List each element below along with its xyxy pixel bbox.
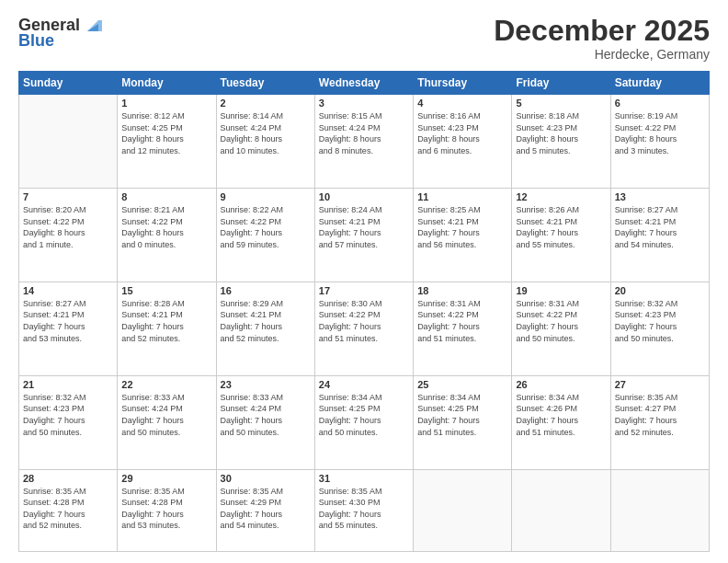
day-info: Sunrise: 8:35 AMSunset: 4:28 PMDaylight:… (121, 486, 211, 532)
day-number: 14 (23, 285, 113, 296)
table-row: 6Sunrise: 8:19 AMSunset: 4:22 PMDaylight… (610, 95, 709, 189)
day-info: Sunrise: 8:34 AMSunset: 4:25 PMDaylight:… (417, 392, 507, 438)
table-row: 1Sunrise: 8:12 AMSunset: 4:25 PMDaylight… (118, 95, 216, 189)
day-info: Sunrise: 8:34 AMSunset: 4:26 PMDaylight:… (516, 392, 606, 438)
header: General Blue December 2025 Herdecke, Ger… (18, 15, 710, 62)
day-number: 24 (319, 379, 409, 390)
table-row: 13Sunrise: 8:27 AMSunset: 4:21 PMDayligh… (610, 189, 709, 282)
table-row: 31Sunrise: 8:35 AMSunset: 4:30 PMDayligh… (314, 469, 413, 551)
day-info: Sunrise: 8:35 AMSunset: 4:29 PMDaylight:… (221, 486, 311, 532)
day-info: Sunrise: 8:35 AMSunset: 4:28 PMDaylight:… (23, 486, 113, 532)
day-number: 26 (516, 379, 606, 390)
day-number: 13 (615, 191, 705, 202)
table-row: 3Sunrise: 8:15 AMSunset: 4:24 PMDaylight… (314, 95, 413, 189)
day-number: 7 (23, 191, 113, 202)
day-number: 5 (516, 98, 606, 109)
table-row: 27Sunrise: 8:35 AMSunset: 4:27 PMDayligh… (610, 375, 709, 469)
table-row (414, 469, 512, 551)
day-info: Sunrise: 8:20 AMSunset: 4:22 PMDaylight:… (23, 204, 113, 250)
col-wednesday: Wednesday (314, 72, 413, 95)
day-info: Sunrise: 8:14 AMSunset: 4:24 PMDaylight:… (221, 110, 311, 156)
table-row: 29Sunrise: 8:35 AMSunset: 4:28 PMDayligh… (118, 469, 216, 551)
logo-blue-text: Blue (18, 31, 54, 51)
day-number: 3 (319, 98, 409, 109)
day-number: 31 (319, 473, 409, 484)
day-number: 12 (516, 191, 606, 202)
month-title: December 2025 (494, 15, 710, 47)
calendar-week-row: 1Sunrise: 8:12 AMSunset: 4:25 PMDaylight… (19, 95, 710, 189)
table-row: 16Sunrise: 8:29 AMSunset: 4:21 PMDayligh… (216, 282, 314, 375)
table-row: 10Sunrise: 8:24 AMSunset: 4:21 PMDayligh… (314, 189, 413, 282)
table-row: 26Sunrise: 8:34 AMSunset: 4:26 PMDayligh… (512, 375, 610, 469)
page: General Blue December 2025 Herdecke, Ger… (0, 0, 728, 563)
day-info: Sunrise: 8:33 AMSunset: 4:24 PMDaylight:… (221, 392, 311, 438)
table-row: 20Sunrise: 8:32 AMSunset: 4:23 PMDayligh… (610, 282, 709, 375)
day-info: Sunrise: 8:31 AMSunset: 4:22 PMDaylight:… (417, 298, 507, 344)
table-row: 28Sunrise: 8:35 AMSunset: 4:28 PMDayligh… (19, 469, 118, 551)
day-number: 4 (417, 98, 507, 109)
day-number: 10 (319, 191, 409, 202)
day-info: Sunrise: 8:35 AMSunset: 4:27 PMDaylight:… (615, 392, 705, 438)
table-row: 8Sunrise: 8:21 AMSunset: 4:22 PMDaylight… (118, 189, 216, 282)
day-info: Sunrise: 8:30 AMSunset: 4:22 PMDaylight:… (319, 298, 409, 344)
table-row: 18Sunrise: 8:31 AMSunset: 4:22 PMDayligh… (414, 282, 512, 375)
table-row: 15Sunrise: 8:28 AMSunset: 4:21 PMDayligh… (118, 282, 216, 375)
day-number: 28 (23, 473, 113, 484)
calendar-header-row: Sunday Monday Tuesday Wednesday Thursday… (19, 72, 710, 95)
day-info: Sunrise: 8:28 AMSunset: 4:21 PMDaylight:… (121, 298, 211, 344)
calendar-week-row: 28Sunrise: 8:35 AMSunset: 4:28 PMDayligh… (19, 469, 710, 551)
table-row: 11Sunrise: 8:25 AMSunset: 4:21 PMDayligh… (414, 189, 512, 282)
day-number: 9 (221, 191, 311, 202)
day-number: 18 (417, 285, 507, 296)
table-row: 4Sunrise: 8:16 AMSunset: 4:23 PMDaylight… (414, 95, 512, 189)
calendar-week-row: 14Sunrise: 8:27 AMSunset: 4:21 PMDayligh… (19, 282, 710, 375)
day-number: 29 (121, 473, 211, 484)
day-number: 25 (417, 379, 507, 390)
day-info: Sunrise: 8:16 AMSunset: 4:23 PMDaylight:… (417, 110, 507, 156)
table-row: 22Sunrise: 8:33 AMSunset: 4:24 PMDayligh… (118, 375, 216, 469)
table-row: 9Sunrise: 8:22 AMSunset: 4:22 PMDaylight… (216, 189, 314, 282)
day-info: Sunrise: 8:27 AMSunset: 4:21 PMDaylight:… (615, 204, 705, 250)
table-row: 5Sunrise: 8:18 AMSunset: 4:23 PMDaylight… (512, 95, 610, 189)
col-tuesday: Tuesday (216, 72, 314, 95)
logo: General Blue (18, 15, 102, 51)
day-info: Sunrise: 8:33 AMSunset: 4:24 PMDaylight:… (121, 392, 211, 438)
calendar-week-row: 21Sunrise: 8:32 AMSunset: 4:23 PMDayligh… (19, 375, 710, 469)
day-number: 19 (516, 285, 606, 296)
table-row: 30Sunrise: 8:35 AMSunset: 4:29 PMDayligh… (216, 469, 314, 551)
day-info: Sunrise: 8:21 AMSunset: 4:22 PMDaylight:… (121, 204, 211, 250)
table-row (610, 469, 709, 551)
day-info: Sunrise: 8:32 AMSunset: 4:23 PMDaylight:… (23, 392, 113, 438)
day-number: 15 (121, 285, 211, 296)
day-number: 27 (615, 379, 705, 390)
table-row: 21Sunrise: 8:32 AMSunset: 4:23 PMDayligh… (19, 375, 118, 469)
table-row: 7Sunrise: 8:20 AMSunset: 4:22 PMDaylight… (19, 189, 118, 282)
day-info: Sunrise: 8:18 AMSunset: 4:23 PMDaylight:… (516, 110, 606, 156)
table-row (512, 469, 610, 551)
day-number: 30 (221, 473, 311, 484)
day-number: 16 (221, 285, 311, 296)
day-info: Sunrise: 8:12 AMSunset: 4:25 PMDaylight:… (121, 110, 211, 156)
day-info: Sunrise: 8:25 AMSunset: 4:21 PMDaylight:… (417, 204, 507, 250)
day-info: Sunrise: 8:27 AMSunset: 4:21 PMDaylight:… (23, 298, 113, 344)
table-row: 2Sunrise: 8:14 AMSunset: 4:24 PMDaylight… (216, 95, 314, 189)
table-row: 12Sunrise: 8:26 AMSunset: 4:21 PMDayligh… (512, 189, 610, 282)
day-info: Sunrise: 8:19 AMSunset: 4:22 PMDaylight:… (615, 110, 705, 156)
col-saturday: Saturday (610, 72, 709, 95)
day-info: Sunrise: 8:24 AMSunset: 4:21 PMDaylight:… (319, 204, 409, 250)
day-number: 11 (417, 191, 507, 202)
table-row: 25Sunrise: 8:34 AMSunset: 4:25 PMDayligh… (414, 375, 512, 469)
table-row: 23Sunrise: 8:33 AMSunset: 4:24 PMDayligh… (216, 375, 314, 469)
col-thursday: Thursday (414, 72, 512, 95)
day-number: 6 (615, 98, 705, 109)
day-number: 20 (615, 285, 705, 296)
day-number: 8 (121, 191, 211, 202)
day-info: Sunrise: 8:32 AMSunset: 4:23 PMDaylight:… (615, 298, 705, 344)
day-number: 23 (221, 379, 311, 390)
table-row: 19Sunrise: 8:31 AMSunset: 4:22 PMDayligh… (512, 282, 610, 375)
day-info: Sunrise: 8:34 AMSunset: 4:25 PMDaylight:… (319, 392, 409, 438)
col-sunday: Sunday (19, 72, 118, 95)
col-monday: Monday (118, 72, 216, 95)
col-friday: Friday (512, 72, 610, 95)
day-info: Sunrise: 8:35 AMSunset: 4:30 PMDaylight:… (319, 486, 409, 532)
